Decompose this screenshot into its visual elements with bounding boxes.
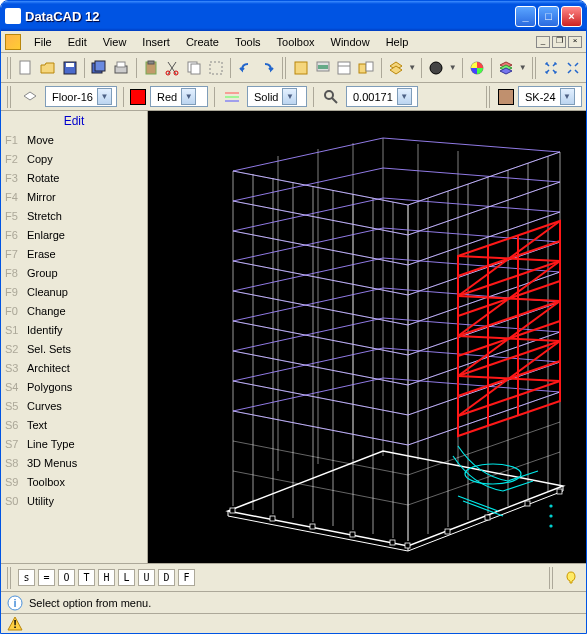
side-item-line-type[interactable]: S7Line Type bbox=[1, 435, 147, 454]
side-item-identify[interactable]: S1Identify bbox=[1, 321, 147, 340]
side-item-erase[interactable]: F7Erase bbox=[1, 245, 147, 264]
side-item-rotate[interactable]: F3Rotate bbox=[1, 169, 147, 188]
mdi-restore-button[interactable]: ❐ bbox=[552, 36, 566, 48]
mdi-close-button[interactable]: × bbox=[568, 36, 582, 48]
cut-button[interactable] bbox=[163, 57, 182, 79]
tool-a-button[interactable] bbox=[292, 57, 311, 79]
grip[interactable] bbox=[549, 567, 555, 589]
swat-O[interactable]: O bbox=[58, 569, 75, 586]
close-button[interactable]: × bbox=[561, 6, 582, 27]
layers2-button[interactable] bbox=[497, 57, 516, 79]
grip[interactable] bbox=[282, 57, 287, 79]
side-label: Line Type bbox=[27, 436, 75, 453]
copy-button[interactable] bbox=[185, 57, 204, 79]
open-button[interactable] bbox=[39, 57, 58, 79]
menu-window[interactable]: Window bbox=[324, 34, 377, 50]
chevron-down-icon: ▼ bbox=[560, 88, 575, 105]
color-swatch[interactable] bbox=[130, 89, 146, 105]
menu-insert[interactable]: Insert bbox=[135, 34, 177, 50]
swat-T[interactable]: T bbox=[78, 569, 95, 586]
layer-icon[interactable] bbox=[19, 86, 41, 108]
hint-icon[interactable] bbox=[560, 567, 582, 589]
side-label: Enlarge bbox=[27, 227, 65, 244]
side-item-architect[interactable]: S3Architect bbox=[1, 359, 147, 378]
undo-button[interactable] bbox=[236, 57, 255, 79]
menu-toolbox[interactable]: Toolbox bbox=[270, 34, 322, 50]
side-item-copy[interactable]: F2Copy bbox=[1, 150, 147, 169]
select-button[interactable] bbox=[207, 57, 226, 79]
swat-H[interactable]: H bbox=[98, 569, 115, 586]
grip[interactable] bbox=[7, 567, 13, 589]
render-button[interactable] bbox=[427, 57, 446, 79]
tool-d-button[interactable] bbox=[357, 57, 376, 79]
expand-button[interactable] bbox=[542, 57, 561, 79]
side-item-mirror[interactable]: F4Mirror bbox=[1, 188, 147, 207]
side-item-utility[interactable]: S0Utility bbox=[1, 492, 147, 511]
paste-button[interactable] bbox=[141, 57, 160, 79]
scale-dropdown[interactable]: 0.00171 ▼ bbox=[346, 86, 418, 107]
tool-c-button[interactable] bbox=[335, 57, 354, 79]
material-swatch[interactable] bbox=[498, 89, 514, 105]
grip[interactable] bbox=[7, 57, 12, 79]
color-dropdown[interactable]: Red ▼ bbox=[150, 86, 208, 107]
tool-b-button[interactable] bbox=[313, 57, 332, 79]
grip[interactable] bbox=[532, 57, 537, 79]
menu-help[interactable]: Help bbox=[379, 34, 416, 50]
svg-point-21 bbox=[430, 62, 442, 74]
side-item-text[interactable]: S6Text bbox=[1, 416, 147, 435]
svg-line-64 bbox=[408, 152, 560, 205]
swat-=[interactable]: = bbox=[38, 569, 55, 586]
side-item-stretch[interactable]: F5Stretch bbox=[1, 207, 147, 226]
grip[interactable] bbox=[486, 86, 492, 108]
grip[interactable] bbox=[7, 86, 13, 108]
layer-dropdown[interactable]: Floor-16 ▼ bbox=[45, 86, 117, 107]
side-item-group[interactable]: F8Group bbox=[1, 264, 147, 283]
redo-button[interactable] bbox=[258, 57, 277, 79]
drawing-canvas[interactable] bbox=[148, 111, 586, 563]
swat-s[interactable]: s bbox=[18, 569, 35, 586]
side-item-cleanup[interactable]: F9Cleanup bbox=[1, 283, 147, 302]
side-item-sel--sets[interactable]: S2Sel. Sets bbox=[1, 340, 147, 359]
svg-line-63 bbox=[233, 471, 408, 505]
color-wheel-button[interactable] bbox=[467, 57, 486, 79]
side-item-3d-menus[interactable]: S83D Menus bbox=[1, 454, 147, 473]
save-button[interactable] bbox=[60, 57, 79, 79]
swat-L[interactable]: L bbox=[118, 569, 135, 586]
swat-F[interactable]: F bbox=[178, 569, 195, 586]
side-key: S6 bbox=[5, 417, 27, 434]
side-item-polygons[interactable]: S4Polygons bbox=[1, 378, 147, 397]
side-key: S3 bbox=[5, 360, 27, 377]
side-label: Text bbox=[27, 417, 47, 434]
swat-bar: s=OTHLUDF bbox=[1, 563, 586, 591]
mdi-minimize-button[interactable]: _ bbox=[536, 36, 550, 48]
side-label: Cleanup bbox=[27, 284, 68, 301]
contract-button[interactable] bbox=[563, 57, 582, 79]
menu-edit[interactable]: Edit bbox=[61, 34, 94, 50]
chevron-down-icon: ▼ bbox=[282, 88, 297, 105]
menu-view[interactable]: View bbox=[96, 34, 134, 50]
side-item-enlarge[interactable]: F6Enlarge bbox=[1, 226, 147, 245]
side-label: Move bbox=[27, 132, 54, 149]
linetype-icon[interactable] bbox=[221, 86, 243, 108]
side-item-move[interactable]: F1Move bbox=[1, 131, 147, 150]
material-dropdown[interactable]: SK-24 ▼ bbox=[518, 86, 582, 107]
side-item-toolbox[interactable]: S9Toolbox bbox=[1, 473, 147, 492]
menu-create[interactable]: Create bbox=[179, 34, 226, 50]
minimize-button[interactable]: _ bbox=[515, 6, 536, 27]
saveall-button[interactable] bbox=[90, 57, 109, 79]
swat-U[interactable]: U bbox=[138, 569, 155, 586]
svg-point-10 bbox=[174, 71, 178, 75]
swat-D[interactable]: D bbox=[158, 569, 175, 586]
new-button[interactable] bbox=[17, 57, 36, 79]
side-item-curves[interactable]: S5Curves bbox=[1, 397, 147, 416]
maximize-button[interactable]: □ bbox=[538, 6, 559, 27]
print-button[interactable] bbox=[112, 57, 131, 79]
side-item-change[interactable]: F0Change bbox=[1, 302, 147, 321]
linetype-dropdown[interactable]: Solid ▼ bbox=[247, 86, 307, 107]
side-key: F0 bbox=[5, 303, 27, 320]
menu-tools[interactable]: Tools bbox=[228, 34, 268, 50]
layers-button[interactable] bbox=[386, 57, 405, 79]
menu-file[interactable]: File bbox=[27, 34, 59, 50]
zoom-icon[interactable] bbox=[320, 86, 342, 108]
svg-line-58 bbox=[233, 321, 408, 355]
